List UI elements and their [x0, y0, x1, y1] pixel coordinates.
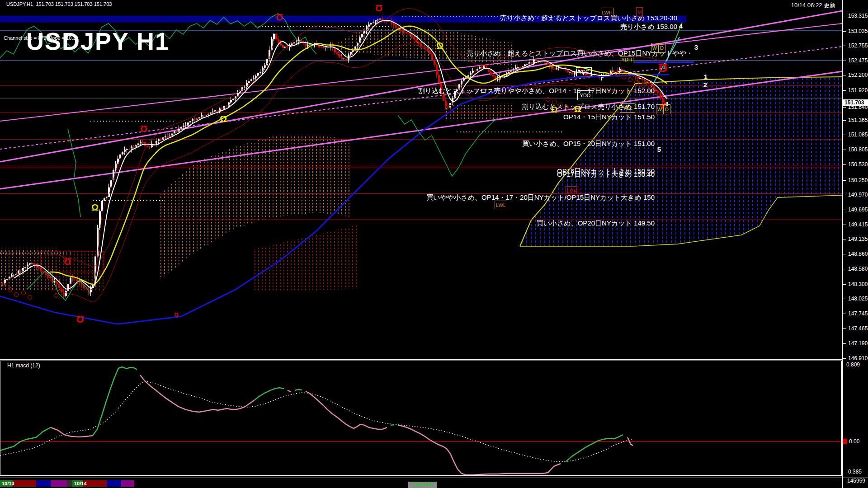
pivot-label-ydo: YDO	[577, 90, 593, 100]
sell-signal-icon: Ω	[276, 12, 283, 22]
price-axis-label: 152.475	[848, 57, 868, 64]
price-axis-label: 148.300	[848, 281, 868, 287]
pivot-label-w: W	[656, 104, 663, 114]
macd-axis-zero: 0.00	[849, 438, 859, 445]
wave-count-label: 4	[679, 22, 683, 30]
pivot-label-ydl: YDL	[620, 103, 635, 113]
timeline-segment	[51, 480, 67, 487]
pivot-label-w: W	[651, 43, 658, 53]
price-axis-tick	[843, 328, 846, 329]
pivot-label-lwl: LWL	[495, 201, 507, 209]
chart-annotation: 割り込むとストップロス売りやや小さめ、OP14・16・17日NYカット 152.…	[418, 87, 655, 95]
price-axis-label: 153.315	[848, 13, 868, 19]
price-axis-label: 146.910	[848, 355, 868, 361]
price-axis-tick	[843, 135, 846, 135]
timeline-date-label: 10/13	[1, 481, 14, 486]
price-axis-tick	[843, 343, 846, 344]
chart-annotation: 売り小さめ・超えるとストップロス買い小さめ 153.20-30	[500, 14, 677, 23]
current-price-tag: 151.703	[843, 99, 868, 106]
buy-signal-icon: Ω	[220, 114, 227, 124]
price-axis-tick	[843, 164, 846, 165]
timeline-segment	[67, 480, 72, 487]
chart-annotation: OP17日NYカット大きめ 150.40	[557, 170, 655, 179]
price-axis-tick	[843, 46, 846, 46]
price-axis-label: 151.920	[848, 87, 868, 94]
macd-zero-marker	[843, 439, 847, 444]
symbol-ohlc: USDJPY,H1 151.703 151.703 151.703 151.70…	[6, 1, 112, 7]
chart-annotation: 買いやや小さめ、OP14・17・20日NYカット/OP15日NYカット大きめ 1…	[426, 193, 655, 202]
price-axis-tick	[843, 61, 846, 61]
price-axis-tick	[843, 284, 846, 285]
update-timestamp: 10/14 06:22 更新	[791, 1, 835, 9]
timeline-segment	[36, 480, 51, 487]
wave-count-label: 3	[694, 43, 698, 51]
channel-info-label: Channel size = 873 Slope = 10.31	[4, 35, 79, 41]
chart-annotation: OP14・15日NYカット 151.50	[563, 113, 655, 122]
pivot-label-d: D	[663, 104, 670, 114]
price-axis-tick	[843, 150, 846, 150]
price-axis-label: 149.695	[848, 206, 868, 213]
timeline-segment	[13, 480, 36, 487]
price-axis-tick	[843, 90, 846, 91]
price-axis-label: 147.190	[848, 340, 868, 347]
chart-watermark-title: USDJPY H1	[26, 27, 170, 55]
price-axis-tick	[843, 120, 846, 121]
price-axis-tick	[843, 358, 846, 359]
price-axis-tick	[843, 107, 846, 108]
timeline-segment	[121, 480, 134, 487]
price-axis-tick	[843, 314, 846, 314]
sell-signal-icon: Ω	[375, 3, 382, 13]
price-axis-tick	[843, 31, 846, 32]
price-axis-tick	[843, 75, 846, 75]
chart-annotation: 買い小さめ、OP20日NYカット 149.50	[537, 219, 655, 228]
price-axis-label: 148.860	[848, 251, 868, 257]
pivot-label-d: D	[658, 43, 665, 53]
price-axis-label: 151.085	[848, 131, 868, 138]
price-axis-label: 150.250	[848, 177, 868, 183]
chart-annotation: 買い小さめ、OP15・20日NYカット 151.00	[522, 140, 655, 148]
sell-signal-icon: Ω	[174, 311, 179, 318]
price-axis-tick	[843, 180, 846, 181]
sell-signal-icon: Ω	[64, 257, 71, 267]
trading-terminal: ΩΩΩΩΩΩΩΩΩΩΩΩ▼ USDJPY,H1 151.703 151.703 …	[0, 0, 868, 488]
corner-counter: 145959	[847, 478, 865, 484]
macd-toggle-button[interactable]: macd ON	[408, 482, 437, 488]
pivot-label-ydc: YDC	[576, 67, 592, 76]
price-axis-label: 150.805	[848, 146, 868, 153]
axis-separator	[842, 0, 843, 488]
price-axis-tick	[843, 195, 846, 195]
price-axis-label: 152.200	[848, 72, 868, 78]
price-axis-tick	[843, 299, 846, 299]
buy-signal-icon: Ω	[436, 41, 443, 51]
price-axis-label: 148.025	[848, 296, 868, 302]
timeline-segment	[107, 480, 121, 487]
price-axis-tick	[843, 254, 846, 254]
price-axis-label: 153.035	[848, 28, 868, 34]
wave-count-label: 1	[704, 73, 708, 80]
price-axis-label: 147.465	[848, 325, 868, 332]
sell-signal-icon: Ω	[76, 314, 84, 325]
sell-signal-icon: Ω	[658, 61, 668, 75]
timeline-date-label: 10/14	[73, 481, 87, 486]
price-axis-label: 148.580	[848, 266, 868, 272]
macd-axis-min: -0.385	[846, 469, 862, 475]
wave-count-label: 5	[657, 145, 661, 153]
price-axis-label: 150.530	[848, 161, 868, 168]
pivot-label-lwh: LWH	[601, 8, 613, 17]
sell-signal-icon: Ω	[140, 124, 147, 134]
macd-axis-max: 0.809	[846, 361, 860, 368]
pivot-label-lmh: LMH	[566, 186, 578, 196]
timeline-separator	[0, 478, 868, 478]
macd-panel-border	[0, 361, 842, 476]
price-axis-label: 149.970	[848, 192, 868, 198]
chart-annotation: 売り小さめ 153.00	[620, 23, 677, 31]
price-axis-label: 151.365	[848, 117, 868, 123]
wave-count-label: 2	[703, 81, 707, 89]
main-chart-bottom-border	[0, 359, 842, 360]
price-axis-tick	[843, 225, 846, 225]
price-axis-label: 149.415	[848, 221, 868, 228]
pivot-label-m: M	[636, 7, 643, 17]
price-axis-tick	[843, 16, 846, 16]
price-axis-label: 149.135	[848, 236, 868, 242]
price-axis-tick	[843, 269, 846, 269]
